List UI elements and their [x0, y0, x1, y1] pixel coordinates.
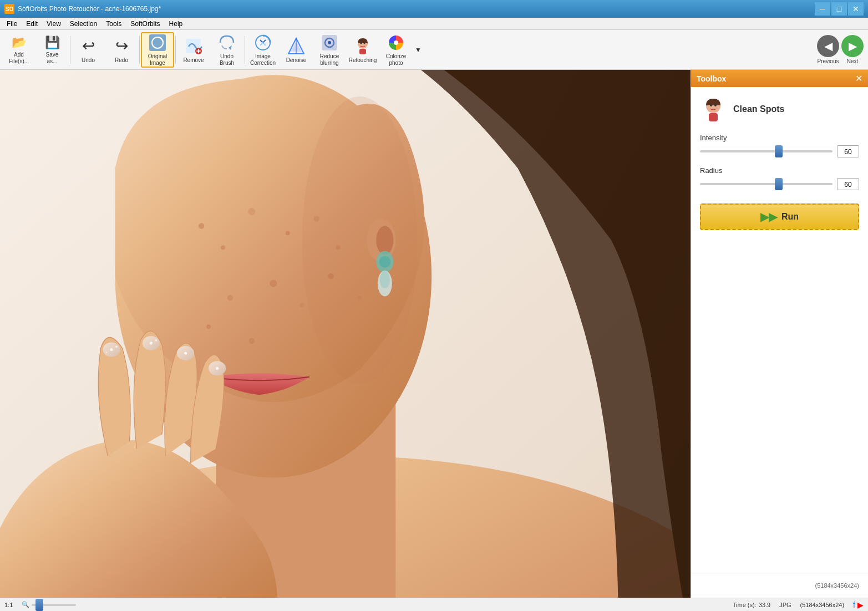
svg-point-10: [328, 41, 331, 44]
prev-label: Previous: [818, 58, 839, 64]
dropdown-icon: ▼: [415, 46, 422, 54]
toolbox-header: Toolbox ✕: [691, 70, 868, 87]
tool-colorize-photo[interactable]: Colorizephoto: [379, 32, 413, 68]
svg-point-34: [249, 338, 255, 344]
window-controls: ─ □ ✕: [815, 2, 864, 16]
separator-3: [175, 36, 176, 64]
svg-point-55: [714, 104, 717, 106]
tool-remove[interactable]: Remove: [177, 32, 210, 68]
svg-point-29: [270, 280, 277, 287]
run-label: Run: [781, 212, 799, 222]
svg-point-30: [300, 303, 304, 307]
app-icon: SO: [4, 4, 14, 14]
zoom-icon: 🔍: [22, 601, 29, 608]
undo-label: Undo: [82, 57, 95, 64]
original-image-label: OriginalImage: [148, 53, 167, 67]
menu-edit[interactable]: Edit: [22, 19, 42, 29]
maximize-button[interactable]: □: [831, 2, 847, 16]
tool-redo[interactable]: ↪ Redo: [105, 32, 138, 68]
radius-section: Radius 60: [700, 166, 859, 190]
close-button[interactable]: ✕: [848, 2, 864, 16]
intensity-section: Intensity 60: [700, 134, 859, 157]
svg-point-12: [361, 42, 362, 44]
tool-retouching[interactable]: Retouching: [346, 32, 379, 68]
toolbar-dropdown[interactable]: ▼: [413, 32, 424, 68]
image-area[interactable]: [0, 70, 691, 598]
image-correction-label: ImageCorrection: [250, 53, 276, 67]
window-title: SoftOrbits Photo Retoucher - acne-160676…: [18, 5, 815, 13]
tool-undo-brush[interactable]: UndoBrush: [210, 32, 243, 68]
svg-point-45: [110, 348, 113, 351]
status-right: Time (s): 33.9 JPG (5184x3456x24) f ▶: [733, 600, 864, 609]
intensity-value: 60: [837, 145, 859, 157]
toolbox-close-button[interactable]: ✕: [855, 73, 862, 84]
menu-selection[interactable]: Selection: [65, 19, 101, 29]
status-bar: 1:1 🔍 Time (s): 33.9 JPG (5184x3456x24) …: [0, 598, 868, 611]
colorize-photo-icon: [386, 33, 406, 52]
main-content: Toolbox ✕ Clean Spots: [0, 70, 868, 598]
add-file-label: AddFile(s)...: [9, 52, 29, 65]
menu-view[interactable]: View: [42, 19, 65, 29]
reduce-blurring-label: Reduce blurring: [316, 53, 343, 67]
youtube-icon[interactable]: ▶: [857, 600, 864, 609]
zoom-slider[interactable]: [32, 604, 76, 606]
denoise-label: Denoise: [286, 57, 307, 64]
intensity-label: Intensity: [700, 134, 859, 142]
svg-point-25: [286, 231, 290, 236]
svg-rect-14: [359, 49, 366, 54]
time-value: 33.9: [759, 602, 770, 608]
svg-rect-56: [709, 113, 718, 121]
svg-point-28: [227, 295, 233, 301]
menu-tools[interactable]: Tools: [101, 19, 126, 29]
svg-point-50: [184, 352, 187, 354]
social-section: f ▶: [853, 600, 864, 609]
separator-1: [70, 36, 70, 64]
image-correction-icon: [253, 33, 273, 52]
save-as-icon: 💾: [42, 35, 62, 50]
menu-file[interactable]: File: [2, 19, 22, 29]
redo-label: Redo: [115, 57, 128, 64]
undo-brush-icon: [217, 33, 237, 52]
undo-brush-label: UndoBrush: [220, 53, 234, 67]
svg-point-13: [364, 42, 366, 44]
tool-image-correction[interactable]: ImageCorrection: [246, 32, 280, 68]
minimize-button[interactable]: ─: [815, 2, 830, 16]
svg-point-24: [248, 208, 255, 215]
next-button[interactable]: ▶: [841, 35, 864, 57]
svg-point-22: [199, 223, 204, 228]
toolbox-dimensions: (5184x3456x24): [815, 582, 859, 589]
format-section: JPG: [779, 602, 791, 608]
radius-slider[interactable]: [700, 183, 833, 185]
colorize-photo-label: Colorizephoto: [386, 53, 407, 67]
separator-2: [139, 36, 140, 64]
tool-original-image[interactable]: OriginalImage: [141, 32, 174, 68]
menu-softorbits[interactable]: SoftOrbits: [126, 19, 164, 29]
intensity-slider[interactable]: [700, 150, 833, 152]
tool-denoise[interactable]: Denoise: [280, 32, 313, 68]
svg-point-23: [221, 245, 225, 250]
remove-icon: [184, 36, 204, 56]
format-label: JPG: [779, 602, 791, 608]
svg-point-51: [216, 367, 219, 370]
intensity-row: 60: [700, 145, 859, 157]
zoom-label: 1:1: [4, 602, 13, 608]
prev-button[interactable]: ◀: [817, 35, 839, 57]
toolbox-panel: Toolbox ✕ Clean Spots: [691, 70, 868, 598]
time-label: Time (s):: [733, 602, 757, 608]
svg-point-48: [150, 342, 153, 344]
menu-help[interactable]: Help: [165, 19, 187, 29]
toolbox-tool-icon: [700, 96, 727, 123]
svg-point-33: [206, 324, 211, 329]
retouching-icon: [353, 36, 373, 56]
tool-save-as[interactable]: 💾 Saveas...: [35, 32, 69, 68]
tool-undo[interactable]: ↩ Undo: [72, 32, 105, 68]
facebook-icon[interactable]: f: [853, 600, 855, 609]
run-button[interactable]: ▶▶ Run: [700, 203, 859, 230]
tool-reduce-blurring[interactable]: Reduce blurring: [313, 32, 346, 68]
svg-point-54: [710, 104, 712, 106]
tool-add-file[interactable]: 📂 AddFile(s)...: [2, 32, 35, 68]
menu-bar: File Edit View Selection Tools SoftOrbit…: [0, 18, 868, 30]
photo-display: [0, 70, 691, 598]
title-bar: SO SoftOrbits Photo Retoucher - acne-160…: [0, 0, 868, 18]
svg-point-47: [106, 352, 108, 353]
